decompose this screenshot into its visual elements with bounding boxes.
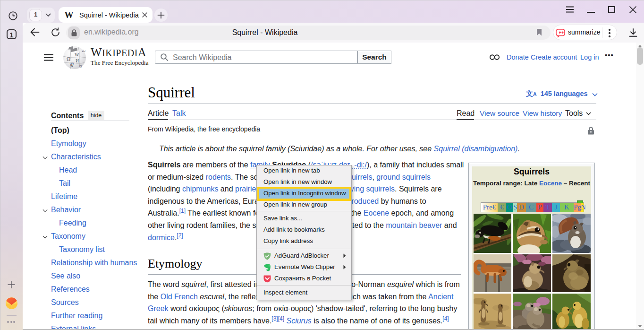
svg-text:ث: ث <box>82 48 85 53</box>
svg-text:ヮ: ヮ <box>78 64 83 69</box>
svg-text:W: W <box>75 52 79 57</box>
svg-text:Ω: Ω <box>67 56 70 61</box>
svg-text:Ꮤ: Ꮤ <box>69 63 74 68</box>
svg-text:И: И <box>76 58 79 63</box>
